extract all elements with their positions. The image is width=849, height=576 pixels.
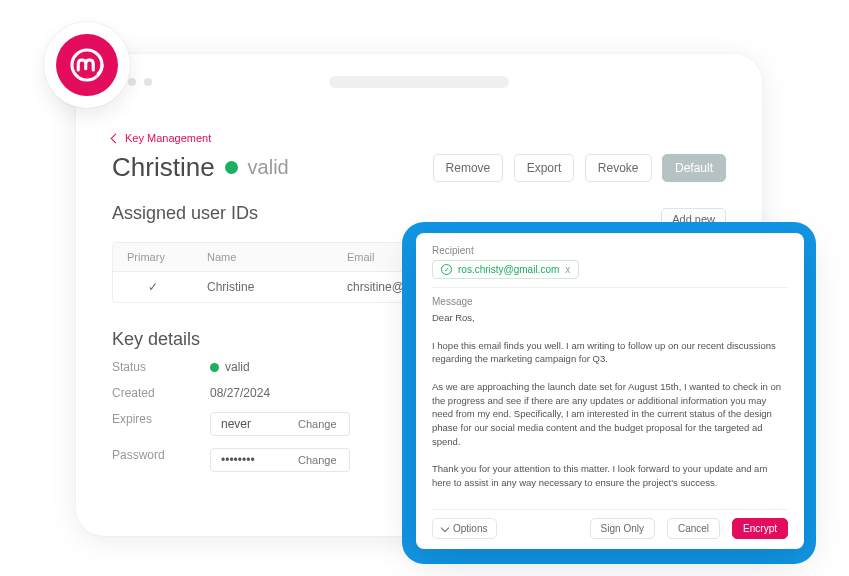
revoke-button[interactable]: Revoke (585, 154, 652, 182)
options-button[interactable]: Options (432, 518, 497, 539)
assigned-title: Assigned user IDs (112, 203, 258, 224)
app-logo (44, 22, 130, 108)
password-field-group: •••••••• Change (210, 448, 395, 472)
value-created: 08/27/2024 (210, 386, 395, 400)
breadcrumb-back[interactable]: Key Management (112, 132, 726, 144)
status-value-text: valid (225, 360, 250, 374)
sign-only-button[interactable]: Sign Only (590, 518, 655, 539)
window-dot (144, 78, 152, 86)
compose-window: Recipient ✓ ros.christy@gmail.com x Mess… (416, 233, 804, 549)
default-button[interactable]: Default (662, 154, 726, 182)
chevron-left-icon (111, 133, 121, 143)
chip-remove-icon[interactable]: x (565, 264, 570, 275)
label-status: Status (112, 360, 192, 374)
mailvelope-icon (67, 45, 107, 85)
options-label: Options (453, 523, 487, 534)
action-bar: Remove Export Revoke Default (433, 154, 726, 182)
status-dot-icon (210, 363, 219, 372)
message-body[interactable]: Dear Ros, I hope this email finds you we… (432, 311, 788, 501)
label-created: Created (112, 386, 192, 400)
check-circle-icon: ✓ (441, 264, 452, 275)
page-title: Christine (112, 152, 215, 183)
breadcrumb-label: Key Management (125, 132, 211, 144)
expires-field-group: never Change (210, 412, 395, 436)
message-label: Message (432, 296, 788, 307)
export-button[interactable]: Export (514, 154, 575, 182)
chevron-down-icon (441, 523, 449, 531)
row-name: Christine (193, 272, 333, 302)
recipient-email: ros.christy@gmail.com (458, 264, 559, 275)
expires-change-button[interactable]: Change (286, 412, 350, 436)
col-name: Name (193, 243, 333, 272)
window-handle (329, 76, 509, 88)
primary-mark: ✓ (113, 272, 193, 302)
recipient-label: Recipient (432, 245, 788, 256)
app-logo-inner (56, 34, 118, 96)
label-expires: Expires (112, 412, 192, 436)
expires-input[interactable]: never (210, 412, 290, 436)
col-primary: Primary (113, 243, 193, 272)
status-text: valid (248, 156, 289, 179)
recipient-chip[interactable]: ✓ ros.christy@gmail.com x (432, 260, 579, 279)
window-dot (128, 78, 136, 86)
label-password: Password (112, 448, 192, 472)
status-dot-icon (225, 161, 238, 174)
encrypt-button[interactable]: Encrypt (732, 518, 788, 539)
remove-button[interactable]: Remove (433, 154, 504, 182)
value-status: valid (210, 360, 395, 374)
password-change-button[interactable]: Change (286, 448, 350, 472)
cancel-button[interactable]: Cancel (667, 518, 720, 539)
password-input[interactable]: •••••••• (210, 448, 290, 472)
